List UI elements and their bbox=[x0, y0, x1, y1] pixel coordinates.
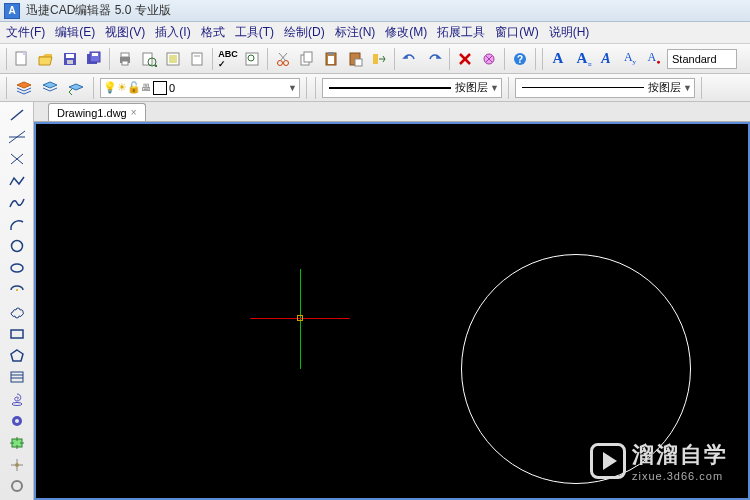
arc-tool[interactable] bbox=[5, 215, 29, 234]
menu-draw[interactable]: 绘制(D) bbox=[284, 24, 325, 41]
region-tool[interactable] bbox=[5, 477, 29, 496]
draw-toolbar bbox=[0, 102, 34, 500]
close-tab-icon[interactable]: × bbox=[131, 107, 137, 118]
watermark-url: zixue.3d66.com bbox=[632, 470, 728, 482]
new-file-button[interactable] bbox=[11, 48, 33, 70]
menu-tools[interactable]: 工具(T) bbox=[235, 24, 274, 41]
match-properties-button[interactable] bbox=[368, 48, 390, 70]
svg-line-22 bbox=[280, 53, 287, 61]
paste-button[interactable] bbox=[320, 48, 342, 70]
menu-edit[interactable]: 编辑(E) bbox=[55, 24, 95, 41]
separator bbox=[267, 48, 268, 70]
separator bbox=[394, 48, 395, 70]
menu-insert[interactable]: 插入(I) bbox=[155, 24, 190, 41]
text-multiline-button[interactable]: A≡ bbox=[571, 48, 593, 70]
page-setup-button[interactable] bbox=[186, 48, 208, 70]
linetype-dropdown[interactable]: 按图层 ▼ bbox=[322, 78, 502, 98]
toolbar-grip bbox=[6, 48, 7, 70]
help-button[interactable]: ? bbox=[509, 48, 531, 70]
toolbar-layers: 💡 ☀ 🔓 🖶 0 ▼ 按图层 ▼ 按图层 ▼ bbox=[0, 74, 750, 102]
plot-button[interactable] bbox=[162, 48, 184, 70]
ellipse-tool[interactable] bbox=[5, 259, 29, 278]
paste-special-button[interactable] bbox=[344, 48, 366, 70]
menu-bar: 文件(F) 编辑(E) 视图(V) 插入(I) 格式 工具(T) 绘制(D) 标… bbox=[0, 22, 750, 44]
layer-dropdown[interactable]: 💡 ☀ 🔓 🖶 0 ▼ bbox=[100, 78, 300, 98]
svg-rect-15 bbox=[169, 55, 177, 63]
save-button[interactable] bbox=[59, 48, 81, 70]
svg-rect-30 bbox=[355, 59, 362, 66]
lineweight-dropdown[interactable]: 按图层 ▼ bbox=[515, 78, 695, 98]
menu-help[interactable]: 说明(H) bbox=[549, 24, 590, 41]
lineweight-label: 按图层 bbox=[648, 80, 681, 95]
find-button[interactable] bbox=[241, 48, 263, 70]
menu-modify[interactable]: 修改(M) bbox=[385, 24, 427, 41]
separator bbox=[212, 48, 213, 70]
ellipse-arc-tool[interactable] bbox=[5, 281, 29, 300]
print-preview-button[interactable] bbox=[138, 48, 160, 70]
tab-title: Drawing1.dwg bbox=[57, 107, 127, 119]
cut-button[interactable] bbox=[272, 48, 294, 70]
workspace: Drawing1.dwg × 溜溜自学 zixue.3d66.com bbox=[0, 102, 750, 500]
separator bbox=[449, 48, 450, 70]
drawing-canvas[interactable]: 溜溜自学 zixue.3d66.com bbox=[34, 122, 750, 500]
lineweight-preview bbox=[522, 87, 644, 88]
print-button[interactable] bbox=[114, 48, 136, 70]
block-insert-tool[interactable] bbox=[5, 433, 29, 452]
text-single-button[interactable]: A bbox=[595, 48, 617, 70]
svg-rect-7 bbox=[92, 53, 98, 56]
dropdown-arrow-icon: ▼ bbox=[490, 83, 499, 93]
spiral-tool[interactable] bbox=[5, 390, 29, 409]
delete-button[interactable] bbox=[454, 48, 476, 70]
menu-format[interactable]: 格式 bbox=[201, 24, 225, 41]
layer-manager-button[interactable] bbox=[13, 77, 35, 99]
separator bbox=[504, 48, 505, 70]
point-tool[interactable] bbox=[5, 455, 29, 474]
svg-rect-4 bbox=[67, 60, 73, 64]
line-tool[interactable] bbox=[5, 106, 29, 125]
menu-annotate[interactable]: 标注(N) bbox=[335, 24, 376, 41]
text-style-a-button[interactable]: A bbox=[547, 48, 569, 70]
svg-point-59 bbox=[12, 481, 22, 491]
crosshair-pickbox bbox=[297, 315, 303, 321]
spline-tool[interactable] bbox=[5, 193, 29, 212]
polyline-tool[interactable] bbox=[5, 171, 29, 190]
menu-window[interactable]: 窗口(W) bbox=[495, 24, 538, 41]
document-tab-strip: Drawing1.dwg × bbox=[34, 102, 750, 122]
purge-button[interactable] bbox=[478, 48, 500, 70]
redo-button[interactable] bbox=[423, 48, 445, 70]
hatch-tool[interactable] bbox=[5, 368, 29, 387]
polygon-tool[interactable] bbox=[5, 346, 29, 365]
ray-tool[interactable] bbox=[5, 150, 29, 169]
menu-file[interactable]: 文件(F) bbox=[6, 24, 45, 41]
dropdown-arrow-icon: ▼ bbox=[683, 83, 692, 93]
text-style-dropdown[interactable] bbox=[667, 49, 737, 69]
circle-tool[interactable] bbox=[5, 237, 29, 256]
text-style-button[interactable]: Ay bbox=[619, 48, 641, 70]
save-all-button[interactable] bbox=[83, 48, 105, 70]
layer-states-button[interactable] bbox=[39, 77, 61, 99]
play-icon bbox=[590, 443, 626, 479]
undo-button[interactable] bbox=[399, 48, 421, 70]
watermark-title: 溜溜自学 bbox=[632, 440, 728, 470]
menu-view[interactable]: 视图(V) bbox=[105, 24, 145, 41]
donut-tool[interactable] bbox=[5, 412, 29, 431]
text-edit-button[interactable]: A● bbox=[643, 48, 665, 70]
linetype-preview bbox=[329, 87, 451, 89]
revision-cloud-tool[interactable] bbox=[5, 302, 29, 321]
rectangle-tool[interactable] bbox=[5, 324, 29, 343]
lightbulb-on-icon: 💡 bbox=[103, 81, 117, 94]
svg-rect-1 bbox=[23, 52, 26, 55]
spellcheck-button[interactable]: ABC✓ bbox=[217, 48, 239, 70]
document-tab[interactable]: Drawing1.dwg × bbox=[48, 103, 146, 121]
menu-extend[interactable]: 拓展工具 bbox=[437, 24, 485, 41]
watermark: 溜溜自学 zixue.3d66.com bbox=[580, 434, 738, 488]
canvas-area: Drawing1.dwg × 溜溜自学 zixue.3d66.com bbox=[34, 102, 750, 500]
layer-previous-button[interactable] bbox=[65, 77, 87, 99]
print-enabled-icon: 🖶 bbox=[141, 82, 151, 93]
copy-button[interactable] bbox=[296, 48, 318, 70]
open-file-button[interactable] bbox=[35, 48, 57, 70]
svg-point-20 bbox=[278, 60, 283, 65]
separator bbox=[109, 48, 110, 70]
xline-tool[interactable] bbox=[5, 128, 29, 147]
unlock-icon: 🔓 bbox=[127, 81, 141, 94]
